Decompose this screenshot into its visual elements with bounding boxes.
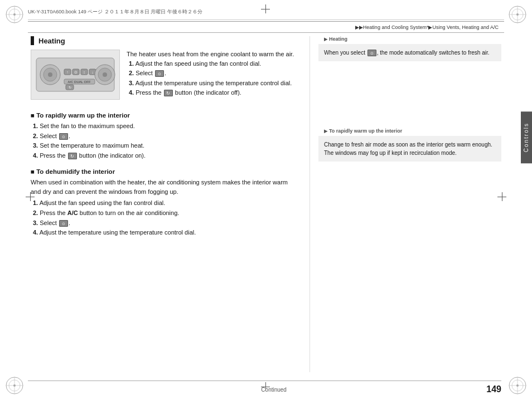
svg-text:A/C  DUAL  OFF: A/C DUAL OFF — [67, 80, 90, 84]
recirculation-icon-2: ↻ — [68, 153, 77, 159]
dehumidify-step-3: 3. Select ⊙. — [31, 218, 298, 228]
page-header: UK-Y-31T0A600.book 149 ページ ２０１１年８月８日 月曜日… — [28, 4, 504, 20]
heating-intro-text: The heater uses heat from the engine coo… — [127, 50, 298, 59]
vent-icon-sidebar: ⊙ — [367, 50, 376, 56]
corner-decoration-br — [507, 375, 528, 396]
note1-title: Heating — [318, 36, 501, 42]
controls-vertical-label: Controls — [521, 111, 532, 163]
vent-select-icon-3: ⊙ — [59, 220, 68, 227]
note2-body: Change to fresh air mode as soon as the … — [318, 136, 501, 162]
warm-up-heading: ■ To rapidly warm up the interior — [31, 112, 298, 119]
corner-decoration-bl — [4, 375, 25, 396]
svg-text:⊙: ⊙ — [74, 70, 78, 74]
warm-step-1: 1. Set the fan to the maximum speed. — [31, 121, 298, 131]
note2-title: To rapidly warm up the interior — [318, 128, 501, 134]
heating-step-1: 1. Adjust the fan speed using the fan co… — [127, 59, 298, 69]
heating-section-heading: Heating — [31, 36, 298, 45]
heating-text-block: The heater uses heat from the engine coo… — [127, 50, 298, 98]
hvac-control-image: ↑ ⊙ ↕ ↓ A/C DUAL OFF ↻ — [31, 50, 120, 100]
page-footer: Continued 149 — [28, 381, 501, 394]
svg-point-23 — [48, 72, 52, 77]
corner-decoration-tr — [507, 4, 528, 25]
step-text: Adjust the fan speed using the fan contr… — [136, 60, 262, 67]
header-file-info: UK-Y-31T0A600.book 149 ページ ２０１１年８月８日 月曜日… — [28, 8, 202, 16]
svg-point-34 — [103, 72, 107, 77]
note1-body: When you select ⊙, the mode automaticall… — [318, 44, 501, 61]
dehumidify-step-4: 4. Adjust the temperature using the temp… — [31, 228, 298, 238]
svg-text:↓: ↓ — [91, 70, 94, 74]
warm-step-2: 2. Select ⊙. — [31, 131, 298, 142]
step-num: 4. — [129, 89, 134, 96]
svg-text:↕: ↕ — [83, 70, 85, 74]
page-number: 149 — [486, 384, 501, 394]
dehumidify-step-1: 1. Adjust the fan speed using the fan co… — [31, 198, 298, 208]
heating-intro-area: ↑ ⊙ ↕ ↓ A/C DUAL OFF ↻ The h — [31, 50, 298, 104]
step-text: Select — [136, 70, 153, 76]
step-text: Press the — [136, 89, 161, 96]
top-rule — [28, 21, 504, 22]
heading-bar-icon — [31, 36, 34, 45]
step-suffix: button (the indicator off). — [175, 89, 241, 96]
dehumidify-section: ■ To dehumidify the interior When used i… — [31, 168, 298, 237]
footer-continued: Continued — [61, 387, 486, 393]
vent-select-icon: ⊙ — [155, 70, 164, 77]
dehumidify-intro: When used in combination with the heater… — [31, 178, 298, 196]
heating-title: Heating — [38, 37, 65, 45]
warm-step-3: 3. Set the temperature to maximum heat. — [31, 141, 298, 151]
right-column: Heating When you select ⊙, the mode auto… — [309, 36, 501, 372]
step-num: 1. — [129, 60, 134, 67]
dehumidify-step-2: 2. Press the A/C button to turn on the a… — [31, 208, 298, 218]
left-column: Heating ↑ ⊙ — [31, 36, 309, 372]
warm-step-4: 4. Press the ↻ button (the indicator on)… — [31, 151, 298, 161]
warm-up-section: ■ To rapidly warm up the interior 1. Set… — [31, 112, 298, 160]
corner-decoration-tl — [4, 4, 25, 25]
step-num: 2. — [129, 70, 134, 76]
svg-text:↻: ↻ — [69, 86, 71, 89]
heating-step-3: 3. Adjust the temperature using the temp… — [127, 79, 298, 89]
step-text: Adjust the temperature using the tempera… — [136, 80, 292, 86]
sidebar-note-heating: Heating When you select ⊙, the mode auto… — [318, 36, 501, 61]
svg-text:↑: ↑ — [66, 70, 69, 74]
vent-select-icon-2: ⊙ — [59, 133, 68, 140]
dehumidify-heading: ■ To dehumidify the interior — [31, 168, 298, 175]
sidebar-note-warm: To rapidly warm up the interior Change t… — [318, 128, 501, 162]
recirculation-icon: ↻ — [164, 90, 173, 96]
step-num: 3. — [129, 80, 134, 86]
breadcrumb-rule — [28, 32, 504, 33]
breadcrumb: ▶▶Heating and Cooling System*▶Using Vent… — [355, 25, 499, 30]
heating-step-4: 4. Press the ↻ button (the indicator off… — [127, 88, 298, 98]
main-content: Heating ↑ ⊙ — [31, 36, 501, 372]
heating-step-2: 2. Select ⊙. — [127, 69, 298, 79]
